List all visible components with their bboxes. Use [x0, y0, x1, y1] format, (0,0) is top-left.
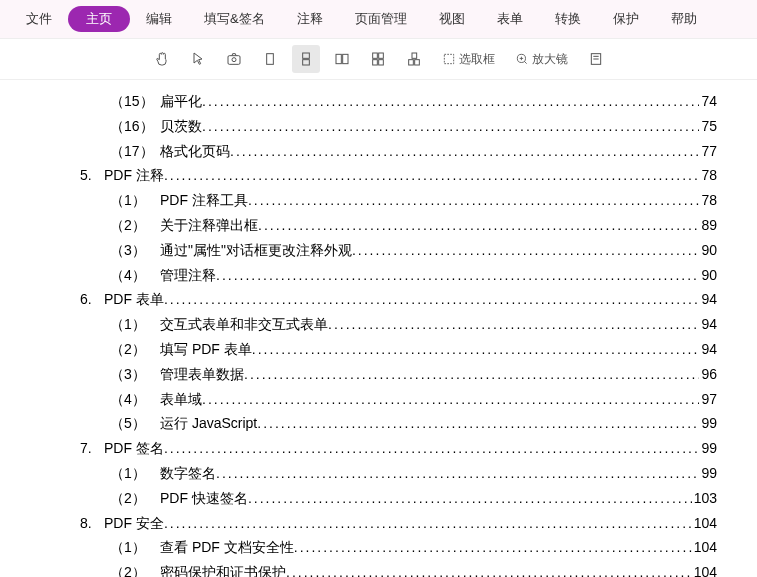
toc-label: 6.PDF 表单: [80, 288, 164, 312]
toc-line[interactable]: （4）表单域97: [50, 388, 717, 412]
svg-rect-5: [336, 54, 341, 63]
toc-line[interactable]: （1）查看 PDF 文档安全性104: [50, 536, 717, 560]
toc-line[interactable]: （2）密码保护和证书保护104: [50, 561, 717, 577]
svg-rect-2: [266, 54, 273, 65]
toc-leader-dots: [257, 412, 699, 436]
toc-page-number: 96: [699, 363, 717, 387]
menu-item-3[interactable]: 填写&签名: [188, 6, 281, 32]
menu-item-9[interactable]: 保护: [597, 6, 655, 32]
toc-label: （4）管理注释: [110, 264, 216, 288]
document-content: （15）扁平化74（16）贝茨数75（17）格式化页码775.PDF 注释78（…: [0, 80, 757, 577]
magnifier-tool[interactable]: 放大镜: [509, 45, 574, 73]
separate-cover-tool[interactable]: [400, 45, 428, 73]
toc-page-number: 90: [699, 239, 717, 263]
toc-number: （3）: [110, 363, 160, 387]
toc-number: （4）: [110, 264, 160, 288]
menu-item-0[interactable]: 文件: [10, 6, 68, 32]
toc-label: （4）表单域: [110, 388, 202, 412]
toc-page-number: 103: [692, 487, 717, 511]
svg-rect-8: [378, 53, 383, 58]
menu-item-4[interactable]: 注释: [281, 6, 339, 32]
toc-number: （15）: [110, 90, 160, 114]
menu-item-7[interactable]: 表单: [481, 6, 539, 32]
toc-number: （2）: [110, 214, 160, 238]
toc-title: 扁平化: [160, 93, 202, 109]
toc-leader-dots: [244, 363, 699, 387]
toc-label: （3）通过"属性"对话框更改注释外观: [110, 239, 352, 263]
toc-line[interactable]: （17）格式化页码77: [50, 140, 717, 164]
menu-item-10[interactable]: 帮助: [655, 6, 713, 32]
toc-number: （2）: [110, 487, 160, 511]
toc-leader-dots: [294, 536, 692, 560]
toc-leader-dots: [286, 561, 692, 577]
toc-page-number: 99: [699, 462, 717, 486]
menu-item-1[interactable]: 主页: [68, 6, 130, 32]
loupe-tool[interactable]: [582, 45, 610, 73]
toc-line[interactable]: （2）PDF 快速签名103: [50, 487, 717, 511]
menu-item-2[interactable]: 编辑: [130, 6, 188, 32]
toc-label: 5.PDF 注释: [80, 164, 164, 188]
svg-rect-4: [302, 60, 309, 65]
toc-line[interactable]: 7.PDF 签名99: [50, 437, 717, 461]
svg-rect-6: [342, 54, 347, 63]
toc-line[interactable]: （1）PDF 注释工具78: [50, 189, 717, 213]
toc-leader-dots: [164, 164, 700, 188]
continuous-facing-tool[interactable]: [364, 45, 392, 73]
toc-line[interactable]: （1）数字签名99: [50, 462, 717, 486]
toc-line[interactable]: （1）交互式表单和非交互式表单 94: [50, 313, 717, 337]
toc-line[interactable]: （3）管理表单数据96: [50, 363, 717, 387]
toc-page-number: 90: [699, 264, 717, 288]
toc-label: （1）交互式表单和非交互式表单: [110, 313, 328, 337]
toc-line[interactable]: 5.PDF 注释78: [50, 164, 717, 188]
toc-leader-dots: [328, 313, 699, 337]
marquee-select-tool[interactable]: 选取框: [436, 45, 501, 73]
toc-line[interactable]: 6.PDF 表单94: [50, 288, 717, 312]
facing-tool[interactable]: [328, 45, 356, 73]
toc-page-number: 104: [692, 561, 717, 577]
magnifier-label: 放大镜: [532, 51, 568, 68]
toc-number: （3）: [110, 239, 160, 263]
toc-label: 8.PDF 安全: [80, 512, 164, 536]
continuous-page-tool[interactable]: [292, 45, 320, 73]
toc-label: （2）关于注释弹出框: [110, 214, 258, 238]
toc-number: （17）: [110, 140, 160, 164]
svg-rect-7: [372, 53, 377, 58]
toc-line[interactable]: （16）贝茨数75: [50, 115, 717, 139]
toc-title: 运行 JavaScript: [160, 415, 257, 431]
toc-line[interactable]: （2）关于注释弹出框89: [50, 214, 717, 238]
toc-line[interactable]: （15）扁平化74: [50, 90, 717, 114]
toc-number: 8.: [80, 512, 104, 536]
hand-tool[interactable]: [148, 45, 176, 73]
toc-line[interactable]: （3）通过"属性"对话框更改注释外观 90: [50, 239, 717, 263]
toc-page-number: 94: [699, 288, 717, 312]
menu-item-5[interactable]: 页面管理: [339, 6, 423, 32]
toc-number: （1）: [110, 189, 160, 213]
toc-label: （5）运行 JavaScript: [110, 412, 257, 436]
toc-page-number: 94: [699, 338, 717, 362]
toc-page-number: 104: [692, 512, 717, 536]
svg-rect-14: [444, 54, 453, 63]
toc-page-number: 99: [699, 437, 717, 461]
single-page-tool[interactable]: [256, 45, 284, 73]
menu-item-6[interactable]: 视图: [423, 6, 481, 32]
pointer-tool[interactable]: [184, 45, 212, 73]
snapshot-tool[interactable]: [220, 45, 248, 73]
toc-line[interactable]: （5）运行 JavaScript99: [50, 412, 717, 436]
toc-label: （1）PDF 注释工具: [110, 189, 248, 213]
toc-title: 管理注释: [160, 267, 216, 283]
toc-leader-dots: [216, 264, 699, 288]
toc-label: 7.PDF 签名: [80, 437, 164, 461]
svg-rect-3: [302, 53, 309, 58]
toc-label: （16）贝茨数: [110, 115, 202, 139]
toc-title: PDF 注释工具: [160, 192, 248, 208]
toc-line[interactable]: 8.PDF 安全104: [50, 512, 717, 536]
menubar: 文件主页编辑填写&签名注释页面管理视图表单转换保护帮助: [0, 0, 757, 39]
toc-label: （3）管理表单数据: [110, 363, 244, 387]
toc-leader-dots: [216, 462, 699, 486]
toc-line[interactable]: （4）管理注释90: [50, 264, 717, 288]
menu-item-8[interactable]: 转换: [539, 6, 597, 32]
toc-leader-dots: [252, 338, 700, 362]
toolbar: 选取框 放大镜: [0, 39, 757, 80]
toc-line[interactable]: （2）填写 PDF 表单94: [50, 338, 717, 362]
toc-title: PDF 签名: [104, 440, 164, 456]
